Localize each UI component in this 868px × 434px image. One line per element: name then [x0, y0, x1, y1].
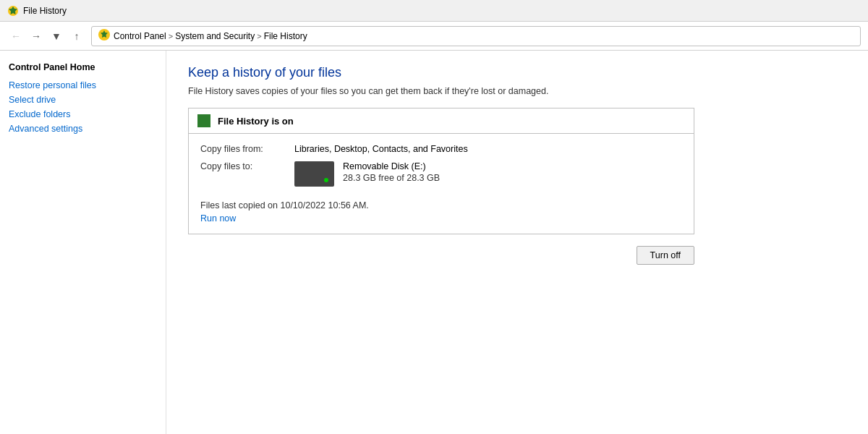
status-body: Copy files from: Libraries, Desktop, Con…: [189, 134, 694, 234]
turn-off-button[interactable]: Turn off: [637, 246, 694, 265]
sidebar: Control Panel Home Restore personal file…: [0, 51, 166, 434]
path-sep-2: >: [257, 32, 261, 41]
copy-from-value: Libraries, Desktop, Contacts, and Favori…: [294, 144, 468, 154]
last-copied-text: Files last copied on 10/10/2022 10:56 AM…: [200, 200, 369, 210]
status-header: File History is on: [189, 109, 694, 134]
action-row: Turn off: [188, 246, 694, 265]
copy-to-row: Copy files to: Removable Disk (E:) 28.3 …: [200, 161, 682, 190]
copy-from-label: Copy files from:: [200, 144, 294, 154]
content-area: Keep a history of your files File Histor…: [166, 51, 868, 434]
nav-recent-button[interactable]: ▼: [48, 27, 65, 45]
app-icon: [7, 5, 19, 17]
nav-buttons: ← → ▼ ↑: [7, 27, 85, 45]
address-path[interactable]: Control Panel > System and Security > Fi…: [91, 26, 861, 46]
page-heading: Keep a history of your files: [188, 65, 846, 80]
sidebar-link-advanced-settings[interactable]: Advanced settings: [9, 122, 157, 136]
disk-info: Removable Disk (E:) 28.3 GB free of 28.3…: [294, 161, 440, 190]
page-subtitle: File History saves copies of your files …: [188, 86, 846, 96]
disk-icon-body: [294, 161, 334, 187]
nav-forward-button[interactable]: →: [27, 27, 45, 45]
nav-back-button[interactable]: ←: [7, 27, 25, 45]
sidebar-link-select-drive[interactable]: Select drive: [9, 93, 157, 107]
sidebar-link-restore[interactable]: Restore personal files: [9, 78, 157, 93]
main-layout: Control Panel Home Restore personal file…: [0, 51, 868, 434]
title-bar: File History: [0, 0, 868, 22]
path-cp-icon: [98, 28, 111, 43]
copy-from-row: Copy files from: Libraries, Desktop, Con…: [200, 144, 682, 154]
last-copied-row: Files last copied on 10/10/2022 10:56 AM…: [200, 200, 682, 210]
sidebar-link-exclude-folders[interactable]: Exclude folders: [9, 107, 157, 122]
path-sep-1: >: [169, 32, 173, 41]
disk-size: 28.3 GB free of 28.3 GB: [343, 173, 440, 183]
address-bar: ← → ▼ ↑ Control Panel > System and Secur…: [0, 22, 868, 51]
nav-up-button[interactable]: ↑: [68, 27, 85, 45]
disk-icon: [294, 161, 334, 190]
title-bar-text: File History: [23, 6, 67, 16]
copy-to-label: Copy files to:: [200, 161, 294, 190]
disk-details: Removable Disk (E:) 28.3 GB free of 28.3…: [343, 161, 440, 183]
status-box: File History is on Copy files from: Libr…: [188, 108, 694, 234]
status-indicator-green: [197, 114, 210, 127]
disk-name: Removable Disk (E:): [343, 161, 440, 171]
disk-led: [324, 178, 328, 182]
path-system-security: System and Security: [175, 31, 255, 41]
sidebar-title: Control Panel Home: [9, 62, 157, 72]
run-now-link[interactable]: Run now: [200, 213, 682, 224]
path-file-history: File History: [264, 31, 307, 41]
status-title: File History is on: [218, 116, 294, 127]
path-control-panel: Control Panel: [114, 31, 166, 41]
